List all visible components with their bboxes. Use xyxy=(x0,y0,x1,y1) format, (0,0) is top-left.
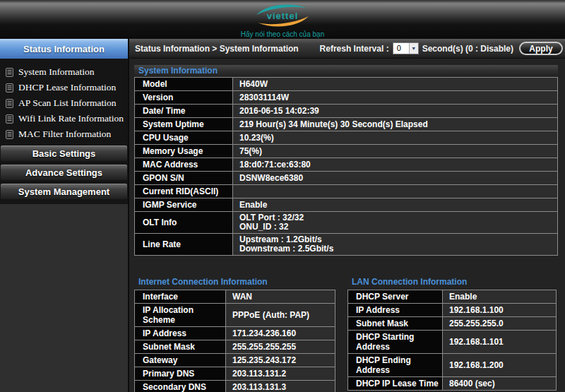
row-value: 255.255.255.255 xyxy=(226,340,335,353)
bottom-tables: Internet Connection Information Interfac… xyxy=(134,277,558,392)
main-area: Status Information > System Information … xyxy=(129,39,565,392)
sidebar-section-header[interactable]: Advance Settings xyxy=(1,165,127,180)
table-row: IP Allocation Scheme PPPoE (Auth: PAP) xyxy=(134,304,335,327)
lan-info-title: LAN Connection Information xyxy=(347,277,557,290)
sidebar-menu: System Information xyxy=(0,59,128,204)
row-label: Interface xyxy=(134,290,226,303)
document-icon xyxy=(6,130,13,139)
row-value: 18:d0:71:ce:63:80 xyxy=(233,158,558,171)
viettel-logo-icon: viettel xyxy=(252,1,313,30)
row-label: Gateway xyxy=(134,354,226,367)
row-value: 86400 (sec) xyxy=(443,377,557,390)
row-value: Upstream : 1.2Gbit/sDownstream : 2.5Gbit… xyxy=(233,234,558,255)
system-info-header-bar: System Information xyxy=(134,65,558,76)
row-value: 10.23(%) xyxy=(233,131,558,144)
row-value: DSNW8ece6380 xyxy=(233,172,558,184)
table-row: Primary DNS 203.113.131.2 xyxy=(134,367,335,381)
row-label: Subnet Mask xyxy=(134,340,226,353)
apply-button[interactable]: Apply xyxy=(519,42,563,55)
table-row: Model H640W xyxy=(134,78,558,91)
table-row: CPU Usage 10.23(%) xyxy=(134,131,558,145)
row-value: 255.255.255.0 xyxy=(443,317,557,330)
row-label: DHCP Server xyxy=(347,290,443,303)
table-row: IP Address 192.168.1.100 xyxy=(347,304,557,317)
row-value: 203.113.131.3 xyxy=(226,381,335,392)
row-label: Model xyxy=(134,78,233,90)
sidebar-section-label: Advance Settings xyxy=(25,167,102,178)
logo-wordmark: viettel xyxy=(267,11,299,21)
row-value: Enable xyxy=(233,198,558,211)
table-row: Current RID(ASCII) xyxy=(134,185,558,198)
table-row: Interface WAN xyxy=(134,290,335,304)
document-icon xyxy=(6,114,13,124)
row-label: Current RID(ASCII) xyxy=(134,185,233,198)
table-row: Memory Usage 75(%) xyxy=(134,145,558,158)
document-icon xyxy=(6,99,13,108)
row-label: GPON S/N xyxy=(134,172,233,184)
row-label: Subnet Mask xyxy=(347,317,443,330)
row-label: Memory Usage xyxy=(134,145,233,158)
row-value: Enable xyxy=(443,290,557,303)
sidebar-menu-item-label: System Information xyxy=(18,66,95,78)
row-label: Date/ Time xyxy=(134,105,233,117)
table-row: Gateway 125.235.243.172 xyxy=(134,354,335,367)
table-row: DHCP Ending Address 192.168.1.200 xyxy=(347,354,557,377)
sidebar-menu-item-label: Wifi Link Rate Information xyxy=(18,113,124,124)
internet-info-section: Internet Connection Information Interfac… xyxy=(134,277,335,392)
row-value: OLT Port : 32/32ONU_ID : 32 xyxy=(233,212,558,233)
row-label: DHCP Ending Address xyxy=(347,354,443,376)
sidebar-menu-item[interactable]: DHCP Lease Information xyxy=(0,80,128,95)
row-value: 2016-06-15 14:02:39 xyxy=(233,105,558,117)
row-label: Line Rate xyxy=(134,234,233,255)
sidebar-section-header[interactable]: System Management xyxy=(1,184,127,199)
table-row: IP Address 171.234.236.160 xyxy=(134,327,335,340)
table-row: System Uptime 219 Hour(s) 34 Minute(s) 3… xyxy=(134,118,558,131)
refresh-interval-suffix: Second(s) (0 : Disable) xyxy=(422,44,513,54)
document-icon xyxy=(6,68,13,77)
sidebar-menu-item[interactable]: AP Scan List Information xyxy=(0,95,128,111)
row-label: Secondary DNS xyxy=(134,381,226,392)
sidebar-menu-item[interactable]: System Information xyxy=(0,64,128,80)
internet-info-title: Internet Connection Information xyxy=(134,277,335,290)
row-label: Version xyxy=(134,91,233,104)
refresh-interval-value: 0 xyxy=(393,43,409,54)
lan-info-table: DHCP Server Enable IP Address 192.168.1.… xyxy=(347,290,557,391)
row-label: OLT Info xyxy=(134,212,233,233)
sidebar-filler xyxy=(0,204,128,392)
sidebar-menu-item-label: DHCP Lease Information xyxy=(18,82,116,93)
refresh-controls: Refresh Interval : 0 ▼ Second(s) (0 : Di… xyxy=(320,42,563,55)
sidebar-section-header[interactable]: Basic Settings xyxy=(1,145,127,161)
table-row: IGMP Service Enable xyxy=(134,198,558,212)
row-value: 171.234.236.160 xyxy=(226,327,335,340)
row-value: 283031114W xyxy=(233,91,558,104)
brand-slogan: Hãy nói theo cách của bạn xyxy=(241,30,324,38)
sidebar-section-status-information[interactable]: Status Information xyxy=(0,39,128,59)
row-value: 75(%) xyxy=(233,145,558,158)
row-value xyxy=(233,185,558,198)
table-row: DHCP Server Enable xyxy=(347,290,557,304)
row-label: IGMP Service xyxy=(134,198,233,211)
refresh-interval-select[interactable]: 0 ▼ xyxy=(393,42,419,54)
row-label: MAC Address xyxy=(134,158,233,171)
router-admin-page: viettel Hãy nói theo cách của bạn Status… xyxy=(0,0,565,392)
row-value: H640W xyxy=(233,78,558,90)
table-row: Date/ Time 2016-06-15 14:02:39 xyxy=(134,105,558,118)
table-row: Line Rate Upstream : 1.2Gbit/sDownstream… xyxy=(134,234,558,256)
sidebar-menu-item-label: MAC Filter Information xyxy=(18,129,111,140)
content: System Information Model H640W Version 2… xyxy=(129,59,565,392)
topbar: Status Information > System Information … xyxy=(129,39,565,59)
table-row: Secondary DNS 203.113.131.3 xyxy=(134,381,335,392)
top-banner: viettel Hãy nói theo cách của bạn xyxy=(0,0,565,39)
row-value: 219 Hour(s) 34 Minute(s) 30 Second(s) El… xyxy=(233,118,558,131)
table-row: MAC Address 18:d0:71:ce:63:80 xyxy=(134,158,558,172)
table-row: Subnet Mask 255.255.255.0 xyxy=(347,317,557,331)
sidebar-menu-item-label: AP Scan List Information xyxy=(18,97,117,109)
row-label: System Uptime xyxy=(134,118,233,131)
sidebar-menu-item[interactable]: Wifi Link Rate Information xyxy=(0,111,128,126)
table-row: GPON S/N DSNW8ece6380 xyxy=(134,172,558,185)
row-label: IP Allocation Scheme xyxy=(134,304,226,326)
row-label: IP Address xyxy=(134,327,226,340)
sidebar-menu-item[interactable]: MAC Filter Information xyxy=(0,126,128,142)
system-info-table: Model H640W Version 283031114W Date/ Tim… xyxy=(134,77,558,256)
row-label: DHCP IP Lease Time xyxy=(347,377,443,390)
